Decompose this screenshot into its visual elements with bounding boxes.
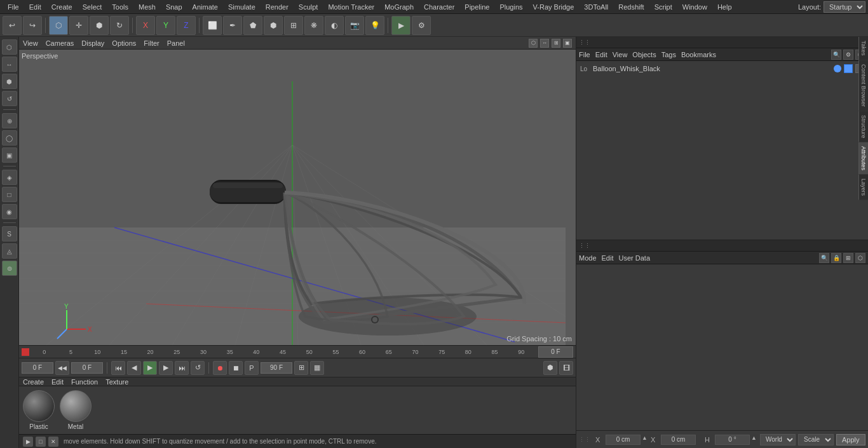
render-view-button[interactable]: ▶ xyxy=(391,16,410,35)
obj-settings-btn[interactable]: ⚙ xyxy=(843,50,853,60)
pb-mute[interactable]: ⊞ xyxy=(294,361,308,375)
coord-x-input[interactable] xyxy=(606,435,641,445)
menu-vray[interactable]: V-Ray Bridge xyxy=(528,2,580,12)
left-tool-6[interactable]: ◯ xyxy=(2,130,17,146)
pb-timeline-icon[interactable]: ▦ xyxy=(310,361,324,375)
obj-menu-view[interactable]: View xyxy=(613,51,628,58)
viewport-corner-4[interactable]: ▣ xyxy=(563,39,572,48)
render-settings-button[interactable]: ⚙ xyxy=(412,16,431,35)
left-tool-7[interactable]: ▣ xyxy=(2,147,17,163)
rotate-tool-button[interactable]: ↻ xyxy=(110,16,129,35)
x-axis-button[interactable]: X xyxy=(136,16,155,35)
timeline[interactable]: 0 5 10 15 20 25 30 35 40 45 50 55 60 65 … xyxy=(19,345,576,358)
attr-menu-mode[interactable]: Mode xyxy=(579,254,597,262)
menu-window[interactable]: Window xyxy=(677,2,712,12)
range-start-input[interactable] xyxy=(71,362,103,374)
attr-icon-1[interactable]: 🔍 xyxy=(819,253,829,263)
obj-menu-edit[interactable]: Edit xyxy=(595,51,607,58)
pb-prev-frame[interactable]: ◀ xyxy=(127,361,141,375)
menu-motion-tracker[interactable]: Motion Tracker xyxy=(323,2,379,12)
menu-redshift[interactable]: Redshift xyxy=(613,2,649,12)
undo-button[interactable]: ↩ xyxy=(3,16,22,35)
menu-pipeline[interactable]: Pipeline xyxy=(459,2,494,12)
redo-button[interactable]: ↪ xyxy=(23,16,42,35)
left-tool-9[interactable]: □ xyxy=(2,187,17,202)
pb-extra[interactable]: ⬢ xyxy=(543,361,557,375)
array-button[interactable]: ⊞ xyxy=(284,16,303,35)
menu-script[interactable]: Script xyxy=(649,2,677,12)
menu-plugins[interactable]: Plugins xyxy=(494,2,527,12)
obj-search-btn[interactable]: 🔍 xyxy=(831,50,841,60)
menu-sculpt[interactable]: Sculpt xyxy=(294,2,323,12)
tab-attributes[interactable]: Attributes xyxy=(858,142,868,175)
scale-dropdown[interactable]: Scale xyxy=(798,434,834,445)
viewport-corner-2[interactable]: ↔ xyxy=(540,39,549,48)
nurbs-button[interactable]: ⬟ xyxy=(243,16,262,35)
viewport-corner-1[interactable]: ⬡ xyxy=(529,39,538,48)
viewport-menu-options[interactable]: Options xyxy=(112,39,136,47)
viewport-corner-3[interactable]: ⊞ xyxy=(552,39,560,48)
mat-menu-edit[interactable]: Edit xyxy=(51,378,64,386)
left-tool-2[interactable]: ↔ xyxy=(2,57,17,72)
left-tool-3[interactable]: ⬢ xyxy=(2,74,17,89)
left-tool-12[interactable]: ◬ xyxy=(2,243,17,259)
camera-button[interactable]: 📷 xyxy=(345,16,364,35)
mat-menu-function[interactable]: Function xyxy=(71,378,98,386)
mat-menu-create[interactable]: Create xyxy=(23,378,44,386)
viewport-menu-filter[interactable]: Filter xyxy=(144,39,159,47)
coord-x-unit[interactable]: ▲ xyxy=(642,435,648,445)
viewport-3d[interactable]: Perspective xyxy=(19,50,576,345)
obj-menu-file[interactable]: File xyxy=(579,51,590,58)
tab-layers[interactable]: Layers xyxy=(858,175,868,200)
material-plastic[interactable]: Plastic xyxy=(23,390,55,430)
y-axis-button[interactable]: Y xyxy=(156,16,175,35)
move-tool-button[interactable]: ✛ xyxy=(69,16,88,35)
status-icon-2[interactable]: □ xyxy=(36,437,46,447)
range-end-input[interactable] xyxy=(261,362,292,374)
z-axis-button[interactable]: Z xyxy=(177,16,196,35)
cube-button[interactable]: ⬜ xyxy=(203,16,222,35)
pb-prev-prev[interactable]: ◀◀ xyxy=(55,361,69,375)
current-frame-input[interactable] xyxy=(538,346,573,358)
left-tool-11[interactable]: S xyxy=(2,226,17,241)
menu-tools[interactable]: Tools xyxy=(107,2,133,12)
pb-next-frame[interactable]: ▶ xyxy=(159,361,173,375)
timeline-track[interactable]: 0 5 10 15 20 25 30 35 40 45 50 55 60 65 … xyxy=(31,349,534,355)
left-tool-1[interactable]: ⬡ xyxy=(2,39,17,55)
attr-icon-4[interactable]: ⬡ xyxy=(855,253,865,263)
layout-dropdown[interactable]: Startup xyxy=(824,1,865,13)
attr-menu-user-data[interactable]: User Data xyxy=(619,254,651,262)
menu-character[interactable]: Character xyxy=(419,2,459,12)
apply-button[interactable]: Apply xyxy=(836,434,865,445)
viewport-menu-cameras[interactable]: Cameras xyxy=(46,39,74,47)
env-button[interactable]: ◐ xyxy=(325,16,344,35)
material-metal[interactable]: Metal xyxy=(60,390,92,430)
status-icon-close[interactable]: ✕ xyxy=(48,437,58,447)
attr-icon-3[interactable]: ⊞ xyxy=(843,253,853,263)
pb-stop[interactable]: ⏹ xyxy=(229,361,243,375)
menu-help[interactable]: Help xyxy=(712,2,737,12)
spline-button[interactable]: ✒ xyxy=(223,16,242,35)
viewport-menu-panel[interactable]: Panel xyxy=(167,39,185,47)
pb-rewind[interactable]: ⏮ xyxy=(111,361,125,375)
light-button[interactable]: 💡 xyxy=(365,16,384,35)
left-tool-8[interactable]: ◈ xyxy=(2,170,17,185)
menu-mograph[interactable]: MoGraph xyxy=(379,2,419,12)
menu-render[interactable]: Render xyxy=(261,2,294,12)
world-dropdown[interactable]: World xyxy=(760,434,796,445)
pb-film[interactable]: 🎞 xyxy=(559,361,573,375)
deformer-button[interactable]: ⬢ xyxy=(264,16,283,35)
menu-animate[interactable]: Animate xyxy=(187,2,223,12)
menu-snap[interactable]: Snap xyxy=(161,2,187,12)
menu-mesh[interactable]: Mesh xyxy=(133,2,161,12)
tab-takes[interactable]: Takes xyxy=(858,37,868,60)
left-tool-10[interactable]: ◉ xyxy=(2,204,17,219)
start-frame-input[interactable] xyxy=(22,362,53,374)
tab-content-browser[interactable]: Content Browser xyxy=(858,60,868,111)
pb-forward[interactable]: ⏭ xyxy=(175,361,189,375)
obj-menu-objects[interactable]: Objects xyxy=(632,51,656,58)
tab-structure[interactable]: Structure xyxy=(858,111,868,143)
pb-keyframe[interactable]: P xyxy=(245,361,259,375)
attr-icon-2[interactable]: 🔒 xyxy=(831,253,841,263)
menu-simulate[interactable]: Simulate xyxy=(223,2,261,12)
